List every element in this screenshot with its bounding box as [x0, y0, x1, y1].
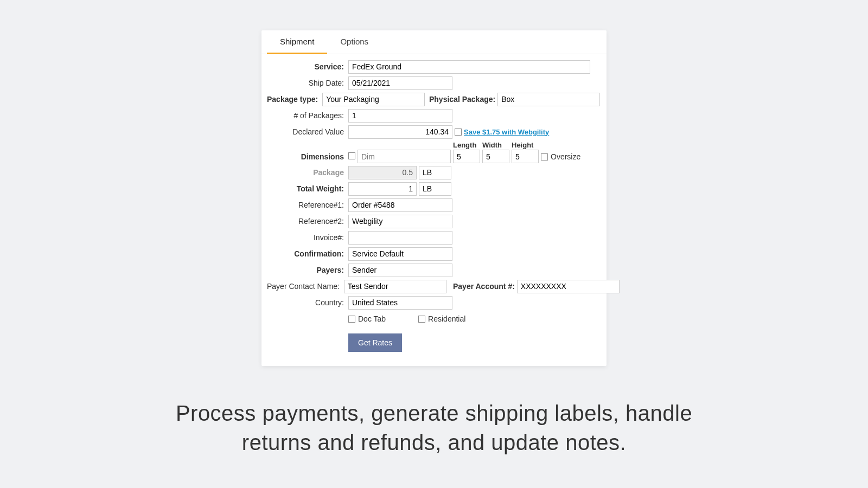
reference2-input[interactable] [348, 215, 452, 228]
tab-options[interactable]: Options [327, 30, 381, 54]
label-country: Country: [267, 298, 346, 307]
label-payers: Payers: [267, 266, 346, 274]
width-input[interactable] [482, 150, 509, 163]
dimensions-checkbox[interactable] [348, 152, 355, 159]
label-service: Service: [267, 62, 346, 71]
label-length: Length [453, 141, 476, 149]
payers-input[interactable] [348, 264, 452, 277]
num-packages-input[interactable] [348, 109, 452, 123]
label-oversize: Oversize [551, 152, 580, 161]
label-payer-contact: Payer Contact Name: [267, 282, 342, 291]
form-body: Service: Ship Date: Package type: Physic… [261, 54, 607, 366]
height-input[interactable] [512, 150, 539, 163]
tab-shipment[interactable]: Shipment [267, 30, 327, 54]
label-residential: Residential [428, 314, 465, 323]
invoice-input[interactable] [348, 231, 452, 245]
country-input[interactable] [348, 296, 452, 310]
label-width: Width [482, 141, 502, 149]
reference1-input[interactable] [348, 198, 452, 212]
label-invoice: Invoice#: [267, 233, 346, 242]
label-ref1: Reference#1: [267, 201, 346, 209]
label-payer-account: Payer Account #: [449, 282, 515, 291]
payer-contact-input[interactable] [344, 280, 446, 293]
caption-text: Process payments, generate shipping labe… [168, 399, 700, 457]
shipment-panel: Shipment Options Service: Ship Date: Pac… [261, 30, 607, 366]
doctab-checkbox[interactable] [348, 316, 355, 323]
label-declared-value: Declared Value [267, 127, 346, 136]
label-ref2: Reference#2: [267, 217, 346, 226]
ship-date-input[interactable] [348, 76, 452, 90]
physical-package-input[interactable] [497, 93, 600, 106]
total-weight-unit-input[interactable] [419, 182, 451, 196]
label-confirmation: Confirmation: [267, 249, 346, 258]
save-checkbox[interactable] [455, 129, 462, 136]
label-ship-date: Ship Date: [267, 79, 346, 87]
label-dimensions: Dimensions [267, 152, 346, 163]
label-physical-package: Physical Package: [427, 95, 495, 104]
oversize-checkbox[interactable] [541, 153, 548, 160]
residential-checkbox[interactable] [418, 316, 425, 323]
dimensions-input[interactable] [358, 150, 451, 163]
package-weight-input[interactable] [348, 166, 417, 179]
label-package: Package [267, 168, 346, 177]
tabs: Shipment Options [261, 30, 607, 54]
package-type-input[interactable] [322, 93, 425, 106]
label-doctab: Doc Tab [358, 314, 386, 323]
save-with-webgility-link[interactable]: Save $1.75 with Webgility [464, 128, 549, 136]
label-num-packages: # of Packages: [267, 111, 346, 120]
declared-value-input[interactable] [348, 125, 452, 139]
confirmation-input[interactable] [348, 247, 452, 261]
get-rates-button[interactable]: Get Rates [348, 333, 402, 352]
label-height: Height [512, 141, 533, 149]
service-input[interactable] [348, 60, 590, 74]
payer-account-input[interactable] [517, 280, 620, 293]
label-total-weight: Total Weight: [267, 184, 346, 193]
label-package-type: Package type: [267, 95, 320, 104]
length-input[interactable] [453, 150, 480, 163]
package-unit-input[interactable] [419, 166, 451, 179]
total-weight-input[interactable] [348, 182, 417, 196]
